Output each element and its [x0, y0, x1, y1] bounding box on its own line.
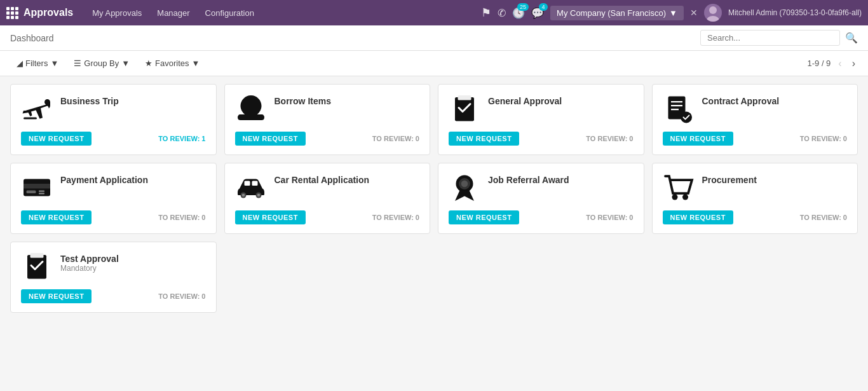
nav-manager[interactable]: Manager: [151, 6, 196, 20]
to-review-badge: TO REVIEW: 1: [158, 135, 205, 142]
new-request-button[interactable]: NEW REQUEST: [449, 132, 519, 146]
card-test-approval[interactable]: Test Approval Mandatory NEW REQUEST TO R…: [10, 242, 217, 313]
card-title: Procurement: [702, 175, 757, 185]
card-top: Test Approval Mandatory: [21, 251, 206, 282]
to-review-badge: TO REVIEW: 0: [372, 214, 419, 221]
to-review-badge: TO REVIEW: 0: [800, 214, 847, 221]
card-bottom: NEW REQUEST TO REVIEW: 0: [663, 210, 848, 224]
card-title: Borrow Items: [275, 96, 331, 106]
pagination-prev[interactable]: ‹: [836, 57, 844, 71]
svg-point-26: [682, 195, 688, 200]
to-review-badge: TO REVIEW: 0: [158, 292, 205, 300]
topnav-right: ⚑ ✆ 🕓 25 💬 4 My Company (San Francisco) …: [481, 4, 862, 22]
card-payment-application[interactable]: Payment Application NEW REQUEST TO REVIE…: [10, 163, 217, 234]
svg-rect-13: [27, 191, 36, 194]
new-request-button[interactable]: NEW REQUEST: [663, 210, 733, 224]
card-info: Payment Application: [60, 172, 148, 185]
phone-icon[interactable]: ✆: [498, 7, 506, 19]
search-input[interactable]: [700, 30, 840, 46]
card-info: Procurement: [702, 172, 757, 185]
search-icon[interactable]: 🔍: [845, 32, 858, 44]
groupby-label: Group By: [84, 58, 119, 68]
card-bottom: NEW REQUEST TO REVIEW: 0: [235, 132, 420, 146]
company-name: My Company (San Francisco): [557, 8, 666, 18]
to-review-badge: TO REVIEW: 0: [800, 135, 847, 142]
svg-point-10: [681, 112, 692, 123]
top-navigation: Approvals My Approvals Manager Configura…: [0, 0, 868, 25]
chat-icon[interactable]: 💬 4: [531, 7, 544, 19]
card-procurement[interactable]: Procurement NEW REQUEST TO REVIEW: 0: [652, 163, 858, 234]
grid-icon: [6, 7, 18, 19]
clock-icon[interactable]: 🕓 25: [512, 7, 525, 19]
card-info: General Approval: [488, 93, 562, 106]
card-title: Job Referral Award: [488, 175, 569, 185]
to-review-badge: TO REVIEW: 0: [586, 135, 633, 142]
card-icon-cart: [663, 172, 695, 203]
user-name[interactable]: Mitchell Admin (709350-13-0-0fa9f6-all): [728, 8, 862, 17]
filters-button[interactable]: ◢ Filters ▼: [10, 56, 65, 71]
filters-chevron: ▼: [50, 58, 58, 68]
search-bar: 🔍: [700, 30, 858, 46]
new-request-button[interactable]: NEW REQUEST: [21, 132, 92, 146]
card-borrow-items[interactable]: Borrow Items NEW REQUEST TO REVIEW: 0: [224, 84, 431, 155]
svg-rect-16: [244, 181, 250, 186]
card-bottom: NEW REQUEST TO REVIEW: 0: [235, 210, 420, 224]
card-car-rental[interactable]: Car Rental Application NEW REQUEST TO RE…: [224, 163, 431, 234]
svg-point-25: [672, 195, 677, 200]
card-icon-hand: [235, 93, 267, 124]
card-title: Contract Approval: [702, 96, 780, 106]
card-info: Borrow Items: [275, 93, 331, 106]
breadcrumb: Dashboard: [10, 33, 54, 43]
app-title: Approvals: [24, 7, 73, 18]
card-top: Car Rental Application: [235, 172, 420, 203]
card-top: Procurement: [663, 172, 848, 203]
favorites-label: Favorites: [155, 58, 189, 68]
filters-label: Filters: [25, 58, 48, 68]
card-top: Contract Approval: [663, 93, 848, 124]
svg-point-21: [257, 194, 260, 197]
avatar[interactable]: [704, 4, 722, 22]
card-subtitle: Mandatory: [60, 264, 119, 273]
card-general-approval[interactable]: General Approval NEW REQUEST TO REVIEW: …: [438, 84, 644, 155]
card-bottom: NEW REQUEST TO REVIEW: 0: [449, 132, 634, 146]
card-title: Test Approval: [60, 254, 119, 264]
company-close-icon[interactable]: ✕: [690, 8, 698, 18]
toolbar: ◢ Filters ▼ ☰ Group By ▼ ★ Favorites ▼ 1…: [0, 51, 868, 76]
subheader: Dashboard 🔍: [0, 25, 868, 51]
card-bottom: NEW REQUEST TO REVIEW: 0: [21, 210, 206, 224]
pagination-count: 1-9 / 9: [807, 58, 831, 68]
star-fav-icon: ★: [145, 58, 153, 68]
svg-rect-7: [671, 101, 682, 102]
svg-rect-29: [31, 253, 44, 258]
card-job-referral[interactable]: Job Referral Award NEW REQUEST TO REVIEW…: [438, 163, 644, 234]
new-request-button[interactable]: NEW REQUEST: [21, 210, 92, 224]
card-icon-credit-card: [21, 172, 53, 203]
new-request-button[interactable]: NEW REQUEST: [235, 132, 306, 146]
app-logo[interactable]: Approvals: [6, 7, 73, 19]
pagination-next[interactable]: ›: [850, 57, 858, 71]
new-request-button[interactable]: NEW REQUEST: [449, 210, 519, 224]
card-info: Job Referral Award: [488, 172, 569, 185]
pagination: 1-9 / 9 ‹ ›: [807, 57, 858, 71]
main-content: Business Trip NEW REQUEST TO REVIEW: 1 B…: [0, 76, 868, 391]
svg-rect-5: [458, 95, 471, 100]
groupby-icon: ☰: [74, 58, 81, 68]
svg-rect-2: [24, 118, 37, 120]
new-request-button[interactable]: NEW REQUEST: [235, 210, 306, 224]
card-bottom: NEW REQUEST TO REVIEW: 0: [449, 210, 634, 224]
star-icon[interactable]: ⚑: [481, 6, 491, 20]
company-chevron: ▼: [669, 8, 677, 18]
nav-configuration[interactable]: Configuration: [199, 6, 261, 20]
card-info: Business Trip: [60, 93, 119, 106]
card-contract-approval[interactable]: Contract Approval NEW REQUEST TO REVIEW:…: [652, 84, 858, 155]
groupby-button[interactable]: ☰ Group By ▼: [67, 56, 136, 71]
card-icon-contract: [663, 93, 695, 124]
new-request-button[interactable]: NEW REQUEST: [663, 132, 733, 146]
card-business-trip[interactable]: Business Trip NEW REQUEST TO REVIEW: 1: [10, 84, 217, 155]
company-selector[interactable]: My Company (San Francisco) ▼: [550, 6, 684, 20]
nav-my-approvals[interactable]: My Approvals: [86, 6, 148, 20]
new-request-button[interactable]: NEW REQUEST: [21, 289, 92, 303]
svg-point-1: [707, 16, 719, 22]
chat-badge: 4: [539, 3, 548, 11]
favorites-button[interactable]: ★ Favorites ▼: [139, 56, 206, 71]
